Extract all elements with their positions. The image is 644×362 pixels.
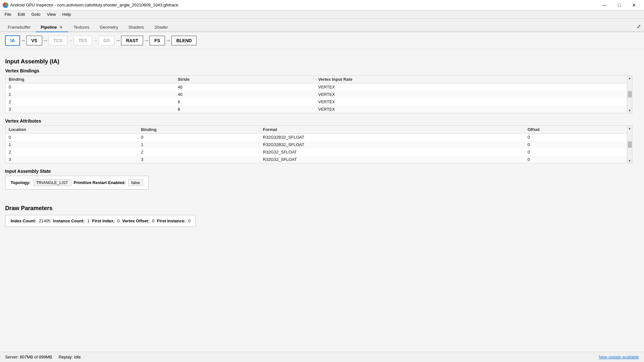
- scrollbar-vertex-bindings[interactable]: ▲ ▼: [627, 76, 632, 113]
- vertex-bindings-body: 040VERTEX140VERTEX28VERTEX38VERTEX: [5, 83, 627, 113]
- title-bar: Android GPU Inspector - com.activision.c…: [0, 0, 644, 10]
- scroll-up-arrow[interactable]: ▲: [628, 76, 632, 80]
- section-input-assembly: Input Assembly (IA): [5, 58, 639, 65]
- tab-shaders[interactable]: Shaders: [123, 23, 149, 32]
- table-row: 040VERTEX: [5, 83, 627, 91]
- table-row: 140VERTEX: [5, 91, 627, 98]
- stage-TES[interactable]: TES: [74, 36, 92, 45]
- vertex-attributes-header: Location Binding Format Offset: [5, 126, 627, 134]
- stage-GS[interactable]: GS: [99, 36, 115, 45]
- vertex-offset-value: 0: [152, 218, 154, 223]
- scrollbar-thumb2[interactable]: [628, 141, 632, 148]
- stage-box-FS[interactable]: FS: [149, 36, 165, 45]
- col-stride: Stride: [175, 76, 315, 83]
- subsection-vertex-attributes: Vertex Attributes: [5, 118, 639, 124]
- col-offset: Offset: [524, 126, 627, 134]
- tab-bar-left: Framebuffer Pipeline ✕ Textures Geometry…: [3, 23, 173, 32]
- arrow-3: →: [67, 38, 74, 43]
- table-row: 00R32G32B32_SFLOAT0: [5, 134, 627, 141]
- index-count-label: Index Count:: [11, 218, 36, 223]
- first-index-value: 0: [117, 218, 120, 223]
- first-index-label: First Index:: [92, 218, 115, 223]
- vertex-bindings-table-container: Binding Stride Vertex Input Rate 040VERT…: [5, 75, 632, 113]
- primitive-restart-value: false: [128, 179, 143, 186]
- col-format: Format: [260, 126, 524, 134]
- scrollbar-thumb[interactable]: [628, 91, 632, 97]
- arrow-4: →: [92, 38, 99, 43]
- arrow-5: →: [115, 38, 121, 43]
- replay-status: Replay: Idle: [59, 355, 81, 359]
- tab-bar: Framebuffer Pipeline ✕ Textures Geometry…: [0, 19, 644, 32]
- scroll-down-arrow2[interactable]: ▼: [628, 158, 632, 163]
- menu-help[interactable]: Help: [59, 11, 74, 17]
- col-binding-attr: Binding: [138, 126, 260, 134]
- instance-count-value: 1: [87, 218, 90, 223]
- tab-shader[interactable]: Shader: [149, 23, 173, 32]
- first-instance-label: First Instance:: [157, 218, 186, 223]
- tab-geometry[interactable]: Geometry: [95, 23, 123, 32]
- menu-bar: File Edit Goto View Help: [0, 10, 644, 19]
- col-binding: Binding: [5, 76, 175, 83]
- stage-BLEND[interactable]: BLEND: [171, 36, 197, 45]
- maximize-button[interactable]: □: [612, 0, 627, 10]
- stage-box-VS[interactable]: VS: [26, 36, 42, 45]
- tab-framebuffer[interactable]: Framebuffer: [3, 23, 36, 32]
- stage-RAST[interactable]: RAST: [121, 36, 143, 45]
- menu-edit[interactable]: Edit: [14, 11, 28, 17]
- vertex-attributes-table: Location Binding Format Offset 00R32G32B…: [5, 126, 627, 163]
- tab-textures[interactable]: Textures: [68, 23, 94, 32]
- minimize-button[interactable]: —: [597, 0, 612, 10]
- vertex-bindings-table: Binding Stride Vertex Input Rate 040VERT…: [5, 76, 627, 113]
- arrow-1: →: [20, 38, 26, 43]
- col-location: Location: [5, 126, 138, 134]
- stage-box-GS[interactable]: GS: [99, 36, 115, 45]
- subsection-input-assembly-state: Input Assembly State: [5, 169, 639, 174]
- arrow-2: →: [42, 38, 49, 43]
- table-row: 38VERTEX: [5, 106, 627, 113]
- stage-box-TES[interactable]: TES: [74, 36, 92, 45]
- table-row: 11R32G32B32_SFLOAT0: [5, 141, 627, 148]
- instance-count-label: Instance Count:: [53, 218, 85, 223]
- window-title: Android GPU Inspector - com.activision.c…: [10, 3, 178, 7]
- stage-box-IA[interactable]: IA: [5, 35, 20, 46]
- vertex-offset-label: Vertex Offset:: [122, 218, 149, 223]
- stage-FS[interactable]: FS: [149, 36, 165, 45]
- first-instance-value: 0: [188, 218, 190, 223]
- stage-box-TCS[interactable]: TCS: [49, 36, 67, 45]
- table-row: 22R32G32_SFLOAT0: [5, 148, 627, 156]
- primitive-restart-label: Primitive Restart Enabled:: [74, 180, 126, 185]
- menu-file[interactable]: File: [1, 11, 14, 17]
- tab-pipeline[interactable]: Pipeline ✕: [36, 23, 69, 32]
- menu-goto[interactable]: Goto: [28, 11, 43, 17]
- app-icon: [3, 2, 8, 8]
- status-bar: Server: 807MB of 899MB Replay: Idle New …: [0, 352, 644, 362]
- stage-VS[interactable]: VS: [26, 36, 42, 45]
- new-update-link[interactable]: New update available: [599, 355, 639, 359]
- table-row: 28VERTEX: [5, 98, 627, 106]
- stage-IA[interactable]: IA: [5, 35, 20, 46]
- arrow-7: →: [165, 38, 171, 43]
- topology-label: Topology:: [11, 180, 31, 185]
- vertex-attributes-table-container: Location Binding Format Offset 00R32G32B…: [5, 125, 632, 163]
- arrow-6: →: [143, 38, 149, 43]
- section-draw-parameters: Draw Parameters: [5, 205, 639, 212]
- draw-params-box: Index Count: 21405 Instance Count: 1 Fir…: [5, 215, 196, 227]
- col-vertex-input-rate: Vertex Input Rate: [315, 76, 627, 83]
- close-button[interactable]: ✕: [627, 0, 641, 10]
- table-row: 33R32G32_SFLOAT0: [5, 156, 627, 163]
- menu-view[interactable]: View: [44, 11, 59, 17]
- scrollbar-vertex-attrs[interactable]: ▲ ▼: [627, 126, 632, 163]
- scroll-down-arrow[interactable]: ▼: [628, 108, 632, 113]
- stage-box-RAST[interactable]: RAST: [121, 36, 143, 45]
- status-left: Server: 807MB of 899MB Replay: Idle: [5, 355, 81, 359]
- tab-pipeline-close[interactable]: ✕: [59, 25, 63, 30]
- subsection-vertex-bindings: Vertex Bindings: [5, 68, 639, 73]
- vertex-attributes-body: 00R32G32B32_SFLOAT011R32G32B32_SFLOAT022…: [5, 134, 627, 163]
- title-bar-left: Android GPU Inspector - com.activision.c…: [3, 2, 178, 8]
- pipeline-bar: IA → VS → TCS → TES → GS → RAST → FS → B…: [0, 32, 644, 49]
- scroll-up-arrow2[interactable]: ▲: [628, 126, 632, 131]
- stage-box-BLEND[interactable]: BLEND: [171, 36, 197, 45]
- expand-icon[interactable]: ⤢: [633, 22, 644, 32]
- stage-TCS[interactable]: TCS: [49, 36, 67, 45]
- vertex-bindings-header: Binding Stride Vertex Input Rate: [5, 76, 627, 83]
